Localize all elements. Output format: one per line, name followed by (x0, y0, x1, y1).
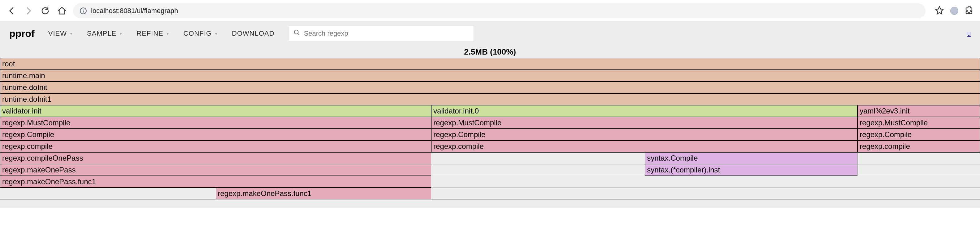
flame-cell[interactable]: validator.init (0, 106, 431, 117)
chevron-down-icon: ▼ (214, 32, 218, 36)
flamegraph[interactable]: rootruntime.mainruntime.doInitruntime.do… (0, 58, 980, 208)
flame-cell[interactable]: yaml%2ev3.init (858, 106, 980, 117)
forward-button[interactable] (23, 5, 34, 16)
back-button[interactable] (6, 5, 18, 16)
flame-row: regexp.compileOnePasssyntax.Compile (0, 152, 980, 164)
menu-view[interactable]: VIEW▼ (48, 29, 73, 38)
flame-cell[interactable]: syntax.(*compiler).inst (645, 165, 858, 176)
star-icon[interactable] (935, 6, 944, 16)
flame-row: runtime.main (0, 70, 980, 82)
menu-refine-label: REFINE (137, 29, 164, 38)
flame-row: runtime.doInit1 (0, 93, 980, 105)
unit-link[interactable]: u (967, 30, 971, 37)
browser-chrome: localhost:8081/ui/flamegraph (0, 0, 980, 22)
menu-sample[interactable]: SAMPLE▼ (87, 29, 123, 38)
flame-row: validator.initvalidator.init.0yaml%2ev3.… (0, 105, 980, 117)
search-input[interactable] (304, 29, 469, 38)
flame-summary: 2.5MB (100%) (0, 45, 980, 58)
flame-cell[interactable]: runtime.doInit (0, 82, 980, 93)
flame-cell[interactable]: regexp.compile (0, 141, 431, 152)
flame-cell[interactable]: regexp.Compile (0, 129, 431, 141)
flame-row: regexp.makeOnePass.func1 (0, 176, 980, 188)
url-text: localhost:8081/ui/flamegraph (91, 7, 178, 15)
flame-cell[interactable]: validator.init.0 (431, 106, 858, 117)
url-bar[interactable]: localhost:8081/ui/flamegraph (73, 3, 926, 18)
flame-cell[interactable]: regexp.MustCompile (858, 117, 980, 129)
menu-config[interactable]: CONFIG▼ (183, 29, 218, 38)
flame-cell[interactable]: regexp.compileOnePass (0, 153, 431, 164)
menu-sample-label: SAMPLE (87, 29, 116, 38)
reload-button[interactable] (40, 5, 51, 16)
app-title: pprof (9, 28, 35, 39)
flame-row: regexp.compileregexp.compileregexp.compi… (0, 141, 980, 152)
flame-row: regexp.Compileregexp.Compileregexp.Compi… (0, 129, 980, 141)
flame-cell[interactable]: regexp.compile (431, 141, 858, 152)
flame-cell[interactable]: runtime.main (0, 70, 980, 82)
search-box[interactable] (288, 26, 474, 41)
site-info-icon[interactable] (79, 7, 87, 15)
flame-cell[interactable]: regexp.makeOnePass.func1 (0, 176, 431, 188)
extensions-icon[interactable] (964, 6, 974, 16)
home-button[interactable] (56, 5, 67, 16)
flame-cell[interactable]: regexp.MustCompile (0, 117, 431, 129)
flame-row: root (0, 58, 980, 70)
svg-line-5 (298, 34, 299, 35)
chevron-down-icon: ▼ (119, 32, 123, 36)
chevron-down-icon: ▼ (166, 32, 170, 36)
flame-row: regexp.makeOnePass.func1 (0, 188, 980, 200)
flame-cell[interactable]: regexp.Compile (858, 129, 980, 141)
flame-cell[interactable]: regexp.makeOnePass (0, 165, 431, 176)
flame-row: runtime.doInit (0, 82, 980, 93)
flame-cell[interactable]: regexp.Compile (431, 129, 858, 141)
flame-cell[interactable]: regexp.compile (858, 141, 980, 152)
svg-marker-3 (936, 6, 943, 14)
flame-cell[interactable]: root (0, 58, 980, 70)
flame-row: regexp.MustCompileregexp.MustCompilerege… (0, 117, 980, 129)
pprof-toolbar: pprof VIEW▼ SAMPLE▼ REFINE▼ CONFIG▼ DOWN… (0, 22, 980, 45)
svg-point-4 (294, 30, 298, 34)
search-icon (293, 29, 300, 38)
flame-cell[interactable]: runtime.doInit1 (0, 94, 980, 105)
menu-refine[interactable]: REFINE▼ (137, 29, 170, 38)
flame-cell[interactable]: regexp.MustCompile (431, 117, 858, 129)
menu-config-label: CONFIG (183, 29, 212, 38)
menu-download-label: DOWNLOAD (232, 29, 275, 38)
menu-view-label: VIEW (48, 29, 67, 38)
menu-download[interactable]: DOWNLOAD (232, 29, 275, 38)
chevron-down-icon: ▼ (69, 32, 73, 36)
flame-row: regexp.makeOnePasssyntax.(*compiler).ins… (0, 164, 980, 176)
flame-cell[interactable]: syntax.Compile (645, 153, 858, 164)
flame-cell[interactable]: regexp.makeOnePass.func1 (216, 188, 431, 200)
profile-avatar[interactable] (950, 7, 958, 15)
